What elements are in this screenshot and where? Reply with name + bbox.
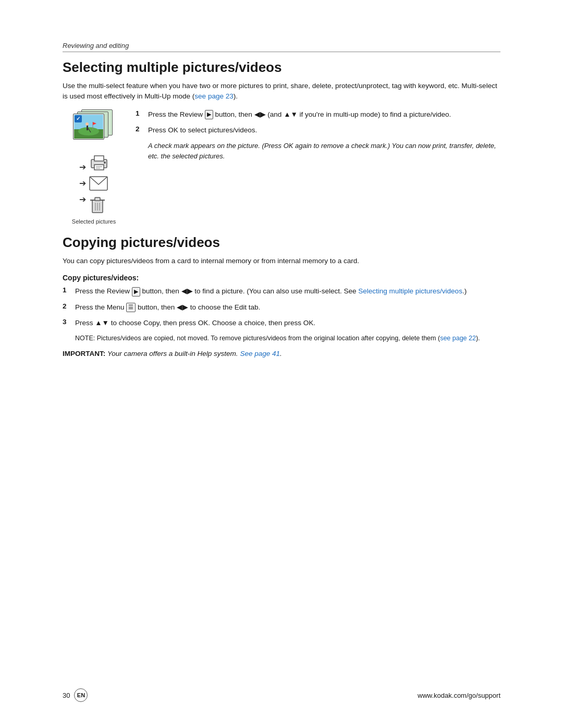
- arrow-right-3: ➔: [79, 194, 86, 204]
- section2-intro: You can copy pictures/videos from a card…: [63, 256, 500, 266]
- pic-content: ✓: [74, 114, 104, 139]
- pic-card-front: ✓: [73, 114, 104, 140]
- svg-rect-10: [94, 165, 104, 170]
- important-text: IMPORTANT: Your camera offers a built-in…: [63, 349, 500, 359]
- section-label: Reviewing and editing: [63, 42, 500, 50]
- review-btn-icon-2: ▶: [132, 287, 140, 296]
- svg-rect-9: [94, 156, 104, 161]
- step-text-2: Press OK to select pictures/videos.: [148, 125, 257, 135]
- page: Reviewing and editing Selecting multiple…: [0, 0, 563, 728]
- arrow-right-1: ➔: [79, 162, 86, 172]
- illustration-area: ✓ ➔ ➔ ➔: [63, 109, 125, 225]
- section1-intro: Use the multi-select feature when you ha…: [63, 81, 500, 102]
- instruction-block: ✓ ➔ ➔ ➔: [63, 109, 500, 225]
- copy-step-3: 3 Press ▲▼ to choose Copy, then press OK…: [63, 318, 500, 328]
- svg-rect-12: [96, 166, 102, 167]
- copy-step-text-2: Press the Menu ☰ button, then ◀▶ to choo…: [75, 302, 260, 313]
- arrow-right-2: ➔: [79, 178, 86, 188]
- section1-title: Selecting multiple pictures/videos: [63, 59, 500, 76]
- printer-icon: [89, 154, 109, 171]
- trash-icon: [89, 196, 106, 215]
- icons-col: [89, 154, 109, 215]
- svg-rect-3: [87, 125, 88, 130]
- step-text-1: Press the Review ▶ button, then ◀▶ (and …: [148, 109, 451, 120]
- copy-subsection-title: Copy pictures/videos:: [63, 274, 500, 282]
- footer-left: 30 EN: [63, 688, 88, 702]
- copy-step-num-1: 1: [63, 286, 71, 294]
- checkmark-badge: ✓: [75, 115, 82, 122]
- svg-rect-13: [96, 168, 100, 169]
- review-btn-icon: ▶: [205, 110, 213, 119]
- italic-note: A check mark appears on the picture. (Pr…: [148, 141, 500, 161]
- see-page-41-link[interactable]: See page 41: [240, 350, 280, 357]
- copy-step-num-3: 3: [63, 318, 71, 326]
- footer: 30 EN www.kodak.com/go/support: [63, 688, 500, 702]
- svg-point-11: [104, 162, 106, 164]
- step-1: 1 Press the Review ▶ button, then ◀▶ (an…: [136, 109, 500, 120]
- svg-point-2: [78, 127, 99, 135]
- step-num-1: 1: [136, 109, 144, 117]
- selecting-link[interactable]: Selecting multiple pictures/videos: [358, 287, 462, 295]
- footer-url: www.kodak.com/go/support: [418, 692, 500, 699]
- note-text: NOTE: Pictures/videos are copied, not mo…: [75, 334, 500, 343]
- picture-stack: ✓: [73, 109, 115, 146]
- copy-step-text-1: Press the Review ▶ button, then ◀▶ to fi…: [75, 286, 467, 297]
- email-icon: [89, 176, 108, 191]
- copy-step-num-2: 2: [63, 302, 71, 310]
- section2-title: Copying pictures/videos: [63, 235, 500, 251]
- see-page-22-link[interactable]: see page 22: [440, 335, 476, 342]
- svg-rect-17: [95, 198, 100, 201]
- en-badge: EN: [74, 688, 88, 702]
- svg-point-4: [85, 122, 89, 126]
- page-number: 30: [63, 692, 70, 699]
- menu-btn-icon: ☰: [126, 303, 136, 312]
- step-num-2: 2: [136, 125, 144, 133]
- copy-step-2: 2 Press the Menu ☰ button, then ◀▶ to ch…: [63, 302, 500, 313]
- section-divider: [63, 52, 500, 52]
- selected-pictures-caption: Selected pictures: [72, 218, 116, 225]
- copy-step-text-3: Press ▲▼ to choose Copy, then press OK. …: [75, 318, 315, 328]
- steps-area-1: 1 Press the Review ▶ button, then ◀▶ (an…: [136, 109, 500, 162]
- see-page-23-link[interactable]: see page 23: [194, 92, 233, 100]
- step-2: 2 Press OK to select pictures/videos.: [136, 125, 500, 135]
- copy-step-1: 1 Press the Review ▶ button, then ◀▶ to …: [63, 286, 500, 297]
